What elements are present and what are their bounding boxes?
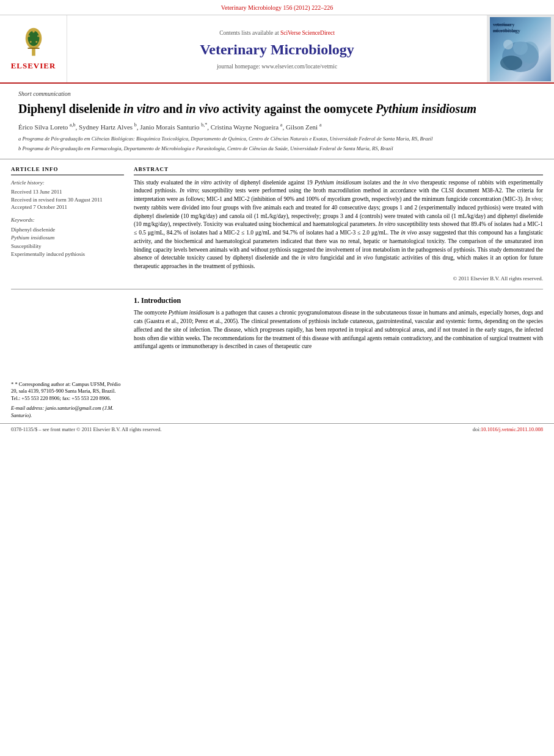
article-title: Diphenyl diselenide in vitro and in vivo…	[18, 101, 536, 117]
journal-title: Veterinary Microbiology	[200, 40, 354, 60]
journal-homepage: journal homepage: www.elsevier.com/locat…	[217, 63, 337, 71]
copyright-notice: © 2011 Elsevier B.V. All rights reserved…	[134, 275, 543, 283]
doi-text: doi:10.1016/j.vetmic.2011.10.008	[473, 426, 543, 434]
title-text1: Diphenyl diselenide	[18, 102, 123, 115]
svg-point-13	[500, 56, 522, 70]
title-text3: activity against the oomycete	[219, 102, 376, 115]
svg-point-16	[503, 40, 513, 49]
keyword-2: Pythium insidiosum	[11, 234, 124, 242]
title-italic2: in vivo	[186, 102, 219, 115]
accepted-date: Accepted 7 October 2011	[11, 203, 124, 211]
body-content: * * Corresponding author at: Campus UFSM…	[0, 296, 554, 420]
affiliation-a: a Programa de Pós-graduação em Ciências …	[18, 136, 536, 143]
abstract-label: ABSTRACT	[134, 165, 543, 175]
journal-title-area: Contents lists available at SciVerse Sci…	[67, 15, 487, 82]
elsevier-logo-area: ELSEVIER	[0, 15, 67, 82]
affiliation-b: b Programa de Pós-graduação em Farmacolo…	[18, 145, 536, 153]
title-italic1: in vitro	[123, 102, 159, 115]
revised-date: Received in revised form 30 August 2011	[11, 196, 124, 204]
elsevier-logo: ELSEVIER	[11, 26, 56, 71]
journal-cover-image: veterinary microbiology	[490, 17, 551, 81]
authors-text: Érico Silva Loreto a,b, Sydney Hartz Alv…	[18, 123, 321, 131]
svg-rect-0	[32, 48, 35, 56]
abstract-col: ABSTRACT This study evaluated the in vit…	[134, 165, 543, 283]
affil-b-text: b Programa de Pós-graduação em Farmacolo…	[18, 145, 393, 151]
body-right-col: 1. Introduction The oomycete Pythium ins…	[134, 296, 543, 420]
contents-line: Contents lists available at SciVerse Sci…	[219, 29, 335, 37]
history-label: Article history:	[11, 179, 124, 187]
received-date: Received 13 June 2011	[11, 188, 124, 196]
email-footnote: E-mail address: janio.santurio@gmail.com…	[11, 405, 124, 420]
article-info-col: ARTICLE INFO Article history: Received 1…	[11, 165, 124, 283]
svg-text:veterinary: veterinary	[493, 22, 512, 27]
svg-point-7	[35, 42, 37, 43]
article-info-label: ARTICLE INFO	[11, 165, 124, 175]
journal-header: ELSEVIER Contents lists available at Sci…	[0, 15, 554, 84]
affil-a-text: a Programa de Pós-graduação em Ciências …	[18, 136, 432, 142]
title-italic3: Pythium insidiosum	[376, 102, 476, 115]
journal-cover-area: veterinary microbiology	[487, 15, 554, 82]
keywords-label: Keywords:	[11, 216, 124, 224]
bottom-bar: 0378-1135/$ – see front matter © 2011 El…	[0, 423, 554, 436]
svg-point-5	[37, 35, 39, 37]
svg-point-3	[32, 31, 35, 33]
abstract-body: This study evaluated the in vitro activi…	[134, 179, 543, 271]
intro-para1: The oomycete Pythium insidiosum is a pat…	[134, 309, 543, 351]
svg-point-6	[29, 42, 31, 43]
svg-rect-8	[27, 48, 39, 49]
body-left-col: * * Corresponding author at: Campus UFSM…	[11, 296, 124, 420]
doi-link[interactable]: 10.1016/j.vetmic.2011.10.008	[481, 426, 543, 432]
footnotes-area: * * Corresponding author at: Campus UFSM…	[11, 381, 124, 420]
keyword-4: Experimentally induced pythiosis	[11, 250, 124, 259]
keyword-1: Diphenyl diselenide	[11, 226, 124, 234]
intro-section-title: 1. Introduction	[134, 296, 543, 306]
elsevier-brand-text: ELSEVIER	[11, 60, 56, 71]
svg-point-4	[27, 35, 29, 37]
keyword-3: Susceptibility	[11, 242, 124, 251]
article-type: Short communication	[18, 90, 536, 98]
journal-citation: Veterinary Microbiology 156 (2012) 222–2…	[221, 4, 333, 11]
authors-list: Érico Silva Loreto a,b, Sydney Hartz Alv…	[18, 122, 536, 132]
title-text2: and	[160, 102, 186, 115]
elsevier-tree-icon	[15, 26, 52, 59]
article-meta: Short communication Diphenyl diselenide …	[0, 84, 554, 159]
svg-text:microbiology: microbiology	[493, 28, 517, 33]
section-divider	[11, 289, 543, 289]
journal-citation-bar: Veterinary Microbiology 156 (2012) 222–2…	[0, 0, 554, 15]
main-content-area: ARTICLE INFO Article history: Received 1…	[0, 159, 554, 283]
sciverse-link[interactable]: SciVerse ScienceDirect	[280, 30, 335, 36]
svg-point-15	[513, 40, 528, 55]
issn-text: 0378-1135/$ – see front matter © 2011 El…	[11, 426, 161, 434]
corresponding-author-footnote: * * Corresponding author at: Campus UFSM…	[11, 381, 124, 403]
page: Veterinary Microbiology 156 (2012) 222–2…	[0, 0, 554, 756]
svg-point-2	[27, 31, 39, 46]
